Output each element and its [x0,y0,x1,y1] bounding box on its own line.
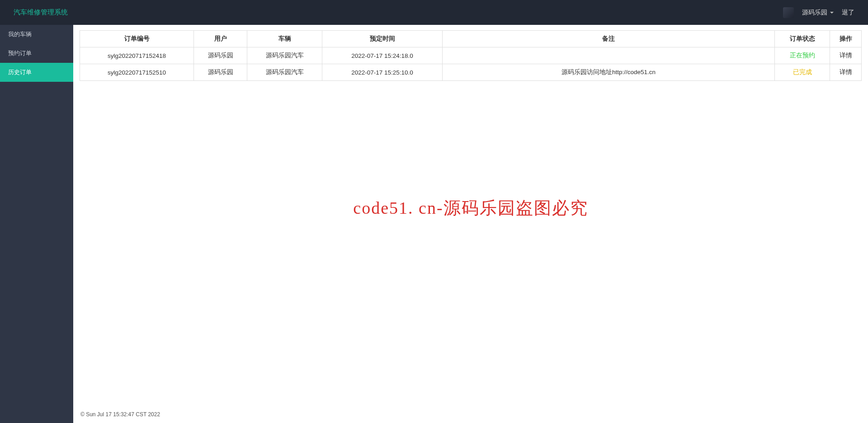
footer-text: © Sun Jul 17 15:32:47 CST 2022 [80,409,862,418]
cell-status: 已完成 [775,64,830,81]
sidebar: 我的车辆 预约订单 历史订单 [0,25,73,423]
status-badge: 正在预约 [790,52,815,59]
username-label: 源码乐园 [802,9,827,17]
header-right: 源码乐园 退了 [783,7,854,18]
th-remark: 备注 [443,31,775,47]
th-user: 用户 [194,31,247,47]
table-header-row: 订单编号 用户 车辆 预定时间 备注 订单状态 操作 [80,31,862,47]
cell-vehicle: 源码乐园汽车 [247,47,322,64]
chevron-down-icon [830,12,834,14]
th-vehicle: 车辆 [247,31,322,47]
table-row: sylg20220717152510源码乐园源码乐园汽车2022-07-17 1… [80,64,862,81]
sidebar-item-my-vehicles[interactable]: 我的车辆 [0,25,73,44]
cell-time: 2022-07-17 15:25:10.0 [322,64,443,81]
top-header: 汽车维修管理系统 源码乐园 退了 [0,0,868,25]
table-row: sylg20220717152418源码乐园源码乐园汽车2022-07-17 1… [80,47,862,64]
th-time: 预定时间 [322,31,443,47]
app-title[interactable]: 汽车维修管理系统 [14,8,68,17]
status-badge: 已完成 [793,69,812,75]
logout-link[interactable]: 退了 [842,9,854,17]
sidebar-item-history-orders[interactable]: 历史订单 [0,63,73,82]
watermark-text: code51. cn-源码乐园盗图必究 [353,197,588,220]
cell-order-no: sylg20220717152510 [80,64,194,81]
th-status: 订单状态 [775,31,830,47]
main-container: 我的车辆 预约订单 历史订单 订单编号 用户 车辆 预定时间 备注 订单状态 操… [0,25,868,423]
orders-table: 订单编号 用户 车辆 预定时间 备注 订单状态 操作 sylg202207171… [80,30,862,81]
cell-user: 源码乐园 [194,64,247,81]
th-order-no: 订单编号 [80,31,194,47]
cell-order-no: sylg20220717152418 [80,47,194,64]
detail-link[interactable]: 详情 [840,52,852,59]
cell-vehicle: 源码乐园汽车 [247,64,322,81]
cell-time: 2022-07-17 15:24:18.0 [322,47,443,64]
th-action: 操作 [830,31,862,47]
cell-status: 正在预约 [775,47,830,64]
cell-action: 详情 [830,47,862,64]
sidebar-item-reserve-orders[interactable]: 预约订单 [0,44,73,63]
cell-remark [443,47,775,64]
cell-action: 详情 [830,64,862,81]
content-area: 订单编号 用户 车辆 预定时间 备注 订单状态 操作 sylg202207171… [73,25,868,423]
cell-remark: 源码乐园访问地址http://code51.cn [443,64,775,81]
cell-user: 源码乐园 [194,47,247,64]
user-dropdown[interactable]: 源码乐园 [802,9,834,17]
avatar-icon[interactable] [783,7,794,18]
detail-link[interactable]: 详情 [840,69,852,75]
